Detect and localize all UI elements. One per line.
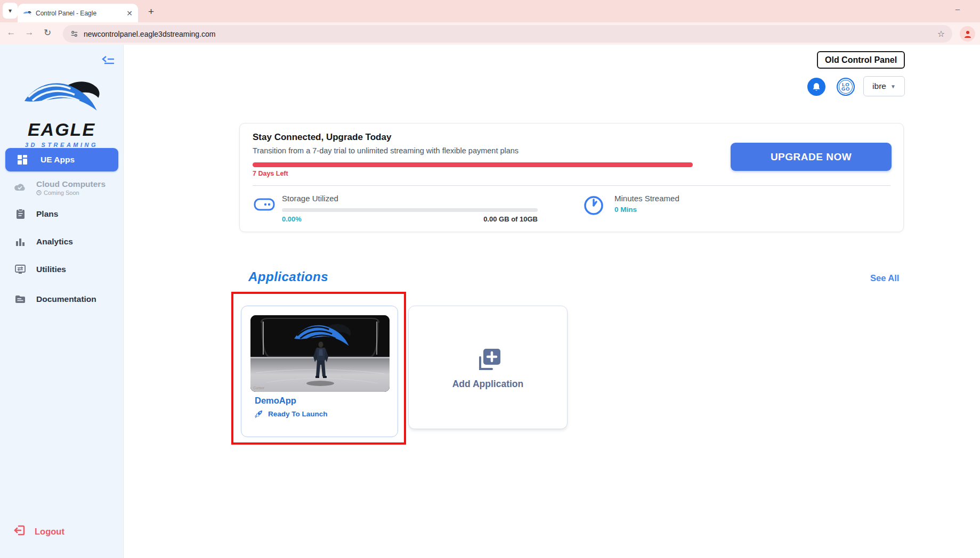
cloud-icon (14, 183, 27, 192)
browser-profile-avatar[interactable] (960, 26, 975, 42)
browser-tab[interactable]: Control Panel - Eagle ✕ (18, 4, 138, 22)
tab-title: Control Panel - Eagle (36, 10, 122, 17)
bell-icon (812, 83, 821, 92)
minutes-streamed-label: Minutes Streamed (614, 194, 679, 203)
browser-tab-strip: ▾ Control Panel - Eagle ✕ + – (0, 0, 980, 22)
bookmark-star-icon[interactable]: ☆ (937, 29, 945, 39)
tab-close-icon[interactable]: ✕ (126, 10, 133, 17)
eagle-swoosh-icon (21, 76, 102, 119)
url-text[interactable]: newcontrolpanel.eagle3dstreaming.com (84, 30, 932, 38)
old-control-panel-button[interactable]: Old Control Panel (817, 51, 905, 69)
reload-icon[interactable]: ↻ (41, 27, 54, 38)
app-root: EAGLE 3D STREAMING UE Apps Cloud Compute… (0, 45, 980, 558)
clock-icon (583, 195, 604, 218)
sidebar-item-label: Documentation (36, 294, 96, 304)
old-control-panel-label: Old Control Panel (825, 55, 897, 65)
sidebar-item-plans[interactable]: Plans (0, 206, 123, 222)
sidebar-item-label: Cloud Computers (36, 179, 106, 189)
minutes-streamed-value: 0 Mins (614, 206, 637, 214)
address-bar[interactable]: newcontrolpanel.eagle3dstreaming.com ☆ (63, 25, 952, 43)
site-settings-icon[interactable] (70, 30, 78, 38)
window-minimize-icon[interactable]: – (955, 4, 960, 13)
console-transfer-icon (14, 265, 27, 274)
storage-usage: 0.00 GB of 10GB (282, 215, 538, 223)
browser-toolbar: ← → ↻ newcontrolpanel.eagle3dstreaming.c… (0, 22, 980, 45)
upgrade-banner: Stay Connected, Upgrade Today Transition… (239, 123, 904, 232)
account-name: ibre (872, 81, 886, 91)
sidebar-item-label: Analytics (36, 237, 73, 247)
notifications-button[interactable] (807, 78, 825, 96)
sidebar-item-utilities[interactable]: Utilities (0, 261, 123, 277)
storage-icon (254, 197, 275, 214)
banner-title: Stay Connected, Upgrade Today (253, 132, 391, 143)
sidebar-item-label: UE Apps (41, 155, 75, 165)
storage-progress-track (282, 208, 538, 212)
thumbnail-watermark: Cursor (253, 386, 264, 390)
demo-app-name[interactable]: DemoApp (255, 396, 296, 406)
days-left-label: 7 Days Left (253, 170, 288, 177)
add-application-card[interactable]: Add Application (408, 306, 568, 429)
demo-app-status: Ready To Launch (255, 409, 328, 418)
tab-search-chevron[interactable]: ▾ (3, 3, 18, 19)
sidebar-item-ue-apps[interactable]: UE Apps (5, 148, 118, 171)
sidebar-item-documentation[interactable]: Documentation (0, 291, 123, 307)
logo-badge-bottom: GO (841, 87, 850, 92)
sidebar-item-cloud-computers: Cloud Computers Coming Soon (0, 176, 123, 199)
sidebar-item-label: Utilities (36, 265, 66, 274)
upgrade-now-button[interactable]: UPGRADE NOW (731, 143, 892, 171)
chevron-down-icon: ▼ (890, 84, 896, 89)
forward-icon[interactable]: → (22, 27, 36, 38)
sidebar-item-analytics[interactable]: Analytics (0, 234, 123, 250)
rocket-icon (255, 409, 263, 418)
thumbnail-character (312, 341, 330, 388)
grid-icon (16, 154, 29, 165)
demo-app-thumbnail[interactable]: Cursor (250, 315, 390, 392)
folder-icon (14, 295, 27, 303)
coming-soon-badge: Coming Soon (36, 190, 106, 196)
sidebar-collapse-icon[interactable] (102, 55, 115, 69)
brand-name: EAGLE (0, 119, 123, 140)
logo-badge-button[interactable]: LO GO (837, 78, 855, 96)
demo-app-card[interactable]: Cursor DemoApp Ready To Launch (241, 306, 398, 437)
eagle-logo: EAGLE 3D STREAMING (0, 76, 123, 148)
see-all-link[interactable]: See All (870, 273, 899, 283)
sidebar-item-label: Plans (36, 209, 58, 219)
logout-button[interactable]: Logout (14, 524, 64, 538)
applications-heading: Applications (248, 269, 328, 284)
sidebar: EAGLE 3D STREAMING UE Apps Cloud Compute… (0, 45, 124, 558)
new-tab-icon[interactable]: + (148, 6, 154, 18)
trial-progress-bar (253, 162, 693, 167)
add-application-icon (473, 346, 503, 374)
demo-app-status-label: Ready To Launch (268, 410, 328, 418)
brand-tagline: 3D STREAMING (0, 142, 123, 148)
logout-label: Logout (35, 527, 64, 537)
add-application-label: Add Application (452, 379, 524, 390)
account-dropdown[interactable]: ibre ▼ (863, 76, 905, 96)
back-icon[interactable]: ← (4, 27, 18, 38)
favicon-eagle (23, 10, 31, 16)
logout-icon (14, 524, 26, 538)
clipboard-icon (14, 209, 27, 219)
storage-label: Storage Utilized (282, 194, 338, 203)
banner-subtitle: Transition from a 7-day trial to unlimit… (253, 146, 519, 155)
clock-small-icon (36, 190, 42, 195)
banner-divider (253, 185, 890, 186)
bar-chart-icon (14, 237, 27, 247)
